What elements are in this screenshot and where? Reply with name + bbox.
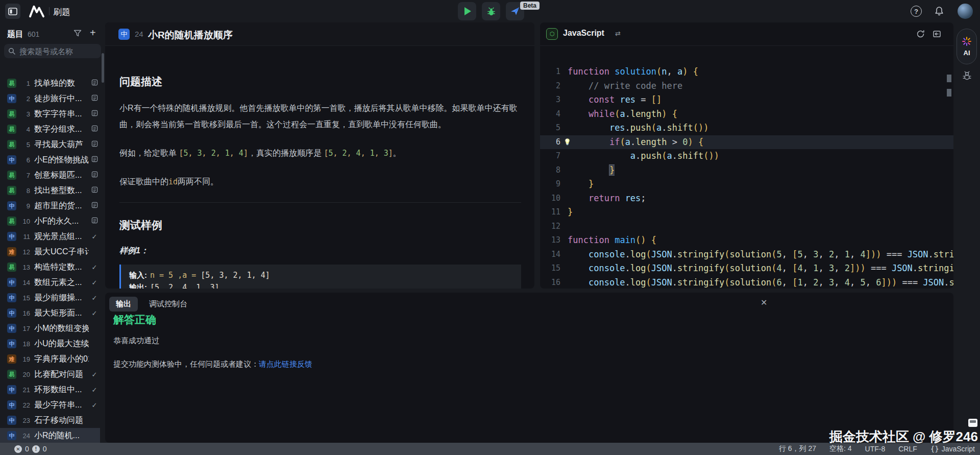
tab-debug-console[interactable]: 调试控制台 xyxy=(149,299,187,309)
lightbulb-icon[interactable]: 💡 xyxy=(564,135,572,150)
problem-title: 数字字符串... xyxy=(34,109,89,119)
problem-list-item[interactable]: 中15最少前缀操...✓ xyxy=(0,290,100,305)
cursor-position[interactable]: 行 6，列 27 xyxy=(779,444,816,453)
problem-list-item[interactable]: 中11观光景点组...✓ xyxy=(0,229,100,244)
code-line[interactable]: 13function main() { xyxy=(540,233,953,248)
difficulty-badge: 中 xyxy=(7,416,16,425)
problem-title: 小R的随机播放顺序 xyxy=(148,29,233,42)
gutter-space xyxy=(564,121,572,135)
close-icon[interactable]: ✕ xyxy=(761,298,767,307)
problem-list-item[interactable]: 中9超市里的货... xyxy=(0,198,100,213)
beta-note-text: 提交功能内测体验中，任何问题或者建议： xyxy=(113,360,259,368)
line-number: 6 xyxy=(540,135,560,150)
difficulty-badge: 易 xyxy=(7,109,16,118)
code-line[interactable]: 15 console.log(JSON.stringify(solution(4… xyxy=(540,261,953,276)
code-text: function solution(n, a) { xyxy=(568,65,698,79)
problem-list-item[interactable]: 难12最大UCC子串计... xyxy=(0,244,100,259)
notification-bell-icon[interactable] xyxy=(934,6,944,18)
problem-list-item[interactable]: 易13构造特定数...✓ xyxy=(0,259,100,275)
tab-output[interactable]: 输出 xyxy=(109,297,138,312)
debug-button[interactable] xyxy=(482,2,500,20)
code-line[interactable]: 10 return res; xyxy=(540,191,953,206)
problem-list-item[interactable]: 中24小R的随机... xyxy=(0,428,100,443)
problem-number: 22 xyxy=(21,401,30,409)
feedback-bug-icon[interactable] xyxy=(962,70,972,83)
problem-title: 最少字符串... xyxy=(34,400,89,411)
feedback-link[interactable]: 请点此链接反馈 xyxy=(259,360,312,368)
problem-list-item[interactable]: 难19字典序最小的01... xyxy=(0,351,100,367)
problem-list-item[interactable]: 中21环形数组中...✓ xyxy=(0,382,100,397)
code-line[interactable]: 3 const res = [] xyxy=(540,93,953,107)
note-icon xyxy=(89,110,100,118)
code-line[interactable]: 1function solution(n, a) { xyxy=(540,65,953,79)
eol-sequence[interactable]: CRLF xyxy=(898,445,917,453)
code-line[interactable]: 12 xyxy=(540,220,953,234)
sample-input-line: 输入:n = 5 ,a = [5, 3, 2, 1, 4] xyxy=(129,269,513,281)
code-text: // write code here xyxy=(568,79,682,93)
search-input[interactable] xyxy=(4,44,101,58)
problem-list-item[interactable]: 中6小E的怪物挑战 xyxy=(0,152,100,167)
code-line[interactable]: 5 res.push(a.shift()) xyxy=(540,121,953,135)
problem-list-item[interactable]: 易5寻找最大葫芦 xyxy=(0,137,100,152)
add-problem-button[interactable]: + xyxy=(90,27,96,39)
filter-icon[interactable] xyxy=(74,30,82,39)
difficulty-badge: 中 xyxy=(7,324,16,333)
code-line[interactable]: 6💡 if(a.length > 0) { xyxy=(540,135,953,150)
language-mode[interactable]: {}JavaScript xyxy=(930,445,975,453)
sidebar-toggle-button[interactable] xyxy=(5,4,20,19)
warnings-icon: ! xyxy=(32,445,40,453)
problem-list-item[interactable]: 中18小U的最大连续... xyxy=(0,336,100,351)
marscode-logo[interactable] xyxy=(29,5,45,20)
encoding[interactable]: UTF-8 xyxy=(865,445,886,453)
problem-title: 寻找最大葫芦 xyxy=(34,139,89,150)
reset-code-icon[interactable] xyxy=(916,30,925,40)
code-line[interactable]: 9 } xyxy=(540,177,953,191)
code-editor-panel: ⬡ JavaScript ⇄ 1function solution(n, a) … xyxy=(540,22,953,289)
problem-list-item[interactable]: 中17小M的数组变换 xyxy=(0,321,100,336)
problem-list-item[interactable]: 中2徒步旅行中... xyxy=(0,91,100,106)
problem-list-item[interactable]: 中14数组元素之...✓ xyxy=(0,275,100,290)
avatar[interactable] xyxy=(958,4,973,19)
line-number: 3 xyxy=(540,93,560,107)
solved-check-icon: ✓ xyxy=(89,279,100,286)
problem-list-item[interactable]: 易3数字字符串... xyxy=(0,106,100,122)
problem-panel: 中 24 小R的随机播放顺序 问题描述 小R有一个特殊的随机播放规则。他首先播放… xyxy=(105,22,534,289)
problem-list-item[interactable]: 中22最少字符串...✓ xyxy=(0,397,100,413)
line-number: 12 xyxy=(540,220,560,234)
editor-header: ⬡ JavaScript ⇄ xyxy=(540,22,953,46)
code-text: function main() { xyxy=(568,233,656,248)
code-line[interactable]: 16 console.log(JSON.stringify(solution(6… xyxy=(540,276,953,289)
problem-number: 15 xyxy=(21,294,30,302)
problem-list-item[interactable]: 中16最大矩形面...✓ xyxy=(0,305,100,321)
problem-number: 1 xyxy=(21,80,30,87)
code-area[interactable]: 1function solution(n, a) {2 // write cod… xyxy=(540,65,953,289)
code-line[interactable]: 4 while(a.length) { xyxy=(540,107,953,122)
code-text: console.log(JSON.stringify(solution(4, [… xyxy=(568,261,953,276)
problem-list-item[interactable]: 易10小F的永久... xyxy=(0,213,100,229)
problem-title: 小U的最大连续... xyxy=(34,339,89,349)
switch-language-icon[interactable]: ⇄ xyxy=(615,30,621,37)
problem-list-item[interactable]: 易20比赛配对问题✓ xyxy=(0,367,100,382)
ai-assistant-button[interactable]: AI xyxy=(957,29,977,64)
top-bar: 刷题 Beta ? xyxy=(0,0,980,22)
problem-list-item[interactable]: 易7创意标题匹... xyxy=(0,167,100,183)
problem-list-item[interactable]: 中23石子移动问题 xyxy=(0,413,100,428)
code-line[interactable]: 8 } xyxy=(540,163,953,178)
code-line[interactable]: 7 a.push(a.shift()) xyxy=(540,149,953,163)
code-text: a.push(a.shift()) xyxy=(568,149,719,163)
help-icon[interactable]: ? xyxy=(911,6,922,17)
sidebar-scrollbar-thumb[interactable] xyxy=(102,53,104,83)
code-text: } xyxy=(568,163,615,178)
problems-status[interactable]: ✕ 0 ! 0 xyxy=(0,445,47,453)
problem-list-item[interactable]: 易4数字分组求... xyxy=(0,122,100,137)
run-button[interactable] xyxy=(458,2,476,20)
sidebar-layout-icon xyxy=(8,8,17,15)
problem-list-item[interactable]: 易8找出整型数... xyxy=(0,183,100,198)
code-line[interactable]: 14 console.log(JSON.stringify(solution(5… xyxy=(540,248,953,262)
problem-list-item[interactable]: 易1找单独的数 xyxy=(0,76,100,91)
play-icon xyxy=(464,7,471,15)
code-line[interactable]: 11} xyxy=(540,205,953,220)
solved-check-icon: ✓ xyxy=(89,386,100,394)
code-line[interactable]: 2 // write code here xyxy=(540,79,953,93)
open-editor-icon[interactable] xyxy=(933,30,942,40)
